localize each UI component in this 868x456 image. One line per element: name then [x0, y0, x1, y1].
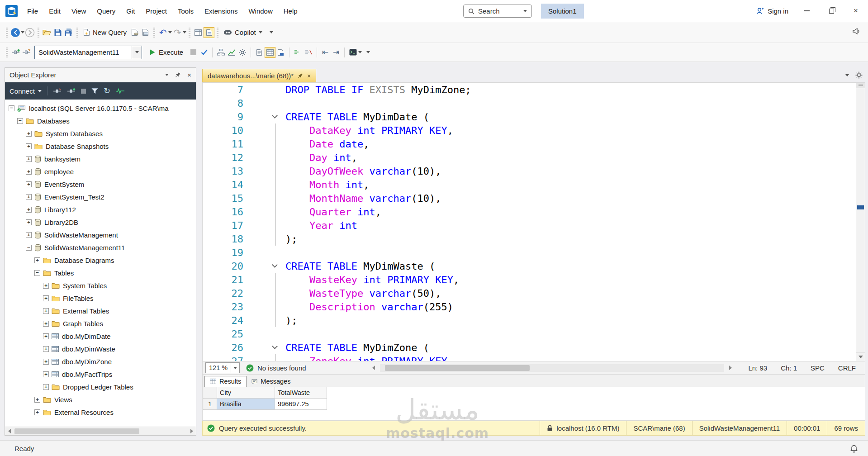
expand-icon[interactable]: + [43, 333, 49, 339]
object-explorer-hscrollbar[interactable] [5, 427, 196, 435]
tree-item-database-snapshots[interactable]: +Database Snapshots [5, 140, 196, 152]
tree-item-dbo-myfacttrips[interactable]: +dbo.MyFactTrips [5, 368, 196, 380]
sqlcmd-mode-icon[interactable] [347, 47, 358, 58]
expand-icon[interactable]: + [26, 169, 32, 175]
document-list-icon[interactable] [845, 74, 849, 76]
menu-project[interactable]: Project [140, 5, 172, 18]
zoom-selector[interactable]: 121 % [205, 362, 240, 373]
expand-icon[interactable]: + [26, 207, 32, 213]
close-tab-icon[interactable]: × [307, 72, 311, 80]
tree-item-dbo-mydimzone[interactable]: +dbo.MyDimZone [5, 355, 196, 368]
expand-icon[interactable]: + [26, 194, 32, 200]
cell-totalwaste[interactable]: 996697.25 [275, 399, 327, 410]
solution-selector[interactable]: Solution1 [541, 4, 584, 19]
open-file-button[interactable] [42, 27, 52, 38]
tree-item-dbo-mydimdate[interactable]: +dbo.MyDimDate [5, 330, 196, 342]
tree-item-filetables[interactable]: +FileTables [5, 292, 196, 304]
database-selector-dropdown[interactable] [132, 46, 142, 59]
tree-item-banksystem[interactable]: +banksystem [5, 152, 196, 165]
undo-button[interactable]: ↶ [157, 27, 168, 38]
results-to-grid-icon[interactable] [265, 47, 275, 58]
expand-icon[interactable]: + [34, 409, 40, 415]
toolbar-overflow-icon[interactable] [270, 31, 273, 33]
close-panel-icon[interactable]: × [187, 71, 191, 79]
new-database-engine-query-icon[interactable] [129, 27, 140, 38]
hscroll-thumb[interactable] [14, 428, 139, 434]
refresh-icon[interactable]: ↻ [104, 87, 110, 95]
tree-item-system-databases[interactable]: +System Databases [5, 127, 196, 140]
tree-item-views[interactable]: +Views [5, 393, 196, 406]
tree-item-solidwastemanagement[interactable]: +SolidWasteManagement [5, 228, 196, 241]
toolbar-overflow-icon[interactable] [366, 51, 370, 53]
estimated-plan-icon[interactable] [215, 47, 226, 58]
results-to-file-icon[interactable] [275, 47, 286, 58]
tree-item-external-tables[interactable]: +External Tables [5, 304, 196, 317]
notifications-bell-icon[interactable] [850, 444, 858, 453]
feedback-icon[interactable] [852, 27, 861, 35]
copilot-button[interactable]: Copilot [221, 27, 265, 38]
tree-item-external-resources[interactable]: +External Resources [5, 406, 196, 418]
tab-results[interactable]: Results [204, 376, 247, 387]
scroll-left-button[interactable] [370, 364, 378, 372]
expand-icon[interactable]: + [43, 308, 49, 314]
navigate-back-dropdown-icon[interactable] [21, 31, 24, 33]
tree-item-graph-tables[interactable]: +Graph Tables [5, 317, 196, 330]
tree-item-eventsystem-test2[interactable]: +EventSystem_Test2 [5, 190, 196, 203]
editor-vscrollbar[interactable] [856, 83, 865, 361]
toolbar-grip[interactable] [6, 48, 8, 57]
expand-icon[interactable]: + [43, 346, 49, 352]
results-grid[interactable]: City TotalWaste 1 Brasilia 996697.25 [202, 387, 865, 421]
save-all-button[interactable] [63, 27, 74, 38]
document-tab[interactable]: datawarehous...\marie (68))* × [202, 69, 316, 82]
menu-window[interactable]: Window [243, 5, 278, 18]
sql-code-editor[interactable]: 7DROP TABLE IF EXISTS MyDimZone;89CREATE… [202, 82, 865, 361]
scroll-right-button[interactable] [187, 427, 196, 436]
query-options-icon[interactable] [237, 47, 248, 58]
new-dax-query-icon[interactable] [140, 27, 151, 38]
minimize-button[interactable] [795, 0, 819, 22]
sign-in-button[interactable]: Sign in [756, 5, 788, 18]
expand-icon[interactable]: + [43, 283, 49, 289]
panel-menu-icon[interactable] [165, 74, 169, 76]
query-designer-icon[interactable] [193, 27, 204, 38]
collapse-icon[interactable]: − [34, 270, 40, 276]
close-button[interactable]: × [844, 0, 868, 22]
tree-item-dbo-mydimwaste[interactable]: +dbo.MyDimWaste [5, 342, 196, 355]
expand-icon[interactable]: + [26, 181, 32, 187]
tree-item-employee[interactable]: +employee [5, 165, 196, 178]
tree-item-dropped-ledger-tables[interactable]: +Dropped Ledger Tables [5, 380, 196, 393]
expand-icon[interactable]: + [43, 384, 49, 390]
save-button[interactable] [52, 27, 63, 38]
expand-icon[interactable]: + [34, 397, 40, 403]
expand-icon[interactable]: + [26, 219, 32, 225]
tree-item-localhost-sql-server-16-0-1170-5-scar-ma[interactable]: −localhost (SQL Server 16.0.1170.5 - SCA… [5, 102, 196, 114]
decrease-indent-icon[interactable]: ⇤ [320, 47, 331, 58]
sqlcmd-dropdown-icon[interactable] [358, 51, 362, 53]
tree-item-library2db[interactable]: +Library2DB [5, 216, 196, 228]
uncomment-selection-icon[interactable] [303, 47, 314, 58]
toolbar-grip[interactable] [38, 28, 39, 38]
scroll-left-button[interactable] [5, 427, 14, 436]
menu-help[interactable]: Help [278, 5, 303, 18]
menu-tools[interactable]: Tools [172, 5, 199, 18]
column-header-city[interactable]: City [217, 387, 275, 399]
menu-git[interactable]: Git [121, 5, 140, 18]
grid-row[interactable]: 1 Brasilia 996697.25 [203, 399, 865, 410]
cancel-query-icon[interactable] [188, 47, 199, 58]
row-header[interactable]: 1 [203, 399, 217, 410]
toolbar-grip[interactable] [6, 28, 8, 38]
search-input[interactable]: Search [463, 5, 532, 18]
cell-city[interactable]: Brasilia [217, 399, 275, 410]
editor-hscrollbar[interactable] [380, 364, 725, 372]
pin-icon[interactable] [175, 72, 181, 78]
toolbar-grip[interactable] [217, 28, 218, 38]
menu-extensions[interactable]: Extensions [199, 5, 243, 18]
redo-dropdown-icon[interactable] [183, 31, 186, 33]
scroll-down-button[interactable] [856, 352, 865, 361]
fold-toggle-icon[interactable] [248, 110, 285, 124]
tree-item-library112[interactable]: +Library112 [5, 203, 196, 216]
collapse-icon[interactable]: − [17, 118, 23, 124]
comment-selection-icon[interactable] [292, 47, 303, 58]
fold-toggle-icon[interactable] [248, 259, 285, 273]
disconnect-icon[interactable] [53, 88, 62, 95]
